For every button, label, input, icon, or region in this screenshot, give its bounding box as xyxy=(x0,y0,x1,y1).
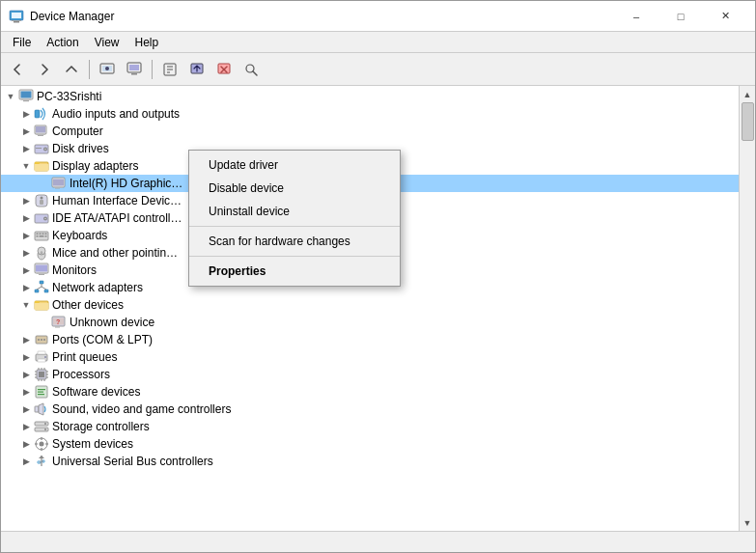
tree-print[interactable]: ▶ Print queues xyxy=(1,348,739,366)
svg-rect-59 xyxy=(36,265,47,272)
svg-rect-2 xyxy=(14,21,19,23)
ctx-disable-device[interactable]: Disable device xyxy=(189,177,400,200)
svg-point-81 xyxy=(44,356,46,358)
expand-network[interactable]: ▶ xyxy=(18,280,34,295)
minimize-button[interactable]: – xyxy=(614,1,658,32)
svg-rect-69 xyxy=(35,303,48,310)
expand-storage[interactable]: ▶ xyxy=(18,419,34,434)
back-button[interactable] xyxy=(5,57,30,82)
svg-rect-38 xyxy=(55,188,60,189)
expand-sound[interactable]: ▶ xyxy=(18,401,34,417)
ctx-update-driver[interactable]: Update driver xyxy=(189,153,400,177)
properties-button[interactable] xyxy=(157,57,182,82)
expand-ports[interactable]: ▶ xyxy=(18,332,34,347)
expand-ide[interactable]: ▶ xyxy=(18,210,34,226)
maximize-button[interactable]: □ xyxy=(658,1,703,32)
storage-icon xyxy=(34,419,49,434)
expand-disk[interactable]: ▶ xyxy=(18,141,34,156)
ide-icon xyxy=(34,210,49,226)
computer-button[interactable] xyxy=(122,57,147,82)
svg-rect-39 xyxy=(54,187,63,188)
ctx-properties[interactable]: Properties xyxy=(189,260,400,283)
usb-icon xyxy=(34,454,49,469)
tree-system[interactable]: ▶ System devices xyxy=(1,435,739,453)
tree-usb[interactable]: ▶ Universal Serial Bus controllers xyxy=(1,453,739,470)
expand-software[interactable]: ▶ xyxy=(18,384,34,400)
tree-other-devices[interactable]: ▼ Other devices xyxy=(1,296,739,314)
expand-hid[interactable]: ▶ xyxy=(18,193,34,208)
tree-ports[interactable]: ▶ Ports (COM & LPT) xyxy=(1,331,739,348)
sound-icon xyxy=(34,401,49,417)
svg-rect-23 xyxy=(23,100,29,101)
expand-keyboards[interactable]: ▶ xyxy=(18,228,34,243)
svg-rect-29 xyxy=(37,134,45,135)
unknown-device-label: Unknown device xyxy=(70,316,154,329)
svg-rect-63 xyxy=(35,290,39,292)
scroll-down-button[interactable]: ▼ xyxy=(741,514,755,531)
svg-point-76 xyxy=(41,339,42,341)
forward-button[interactable] xyxy=(32,57,57,82)
svg-rect-28 xyxy=(38,135,43,136)
expand-system[interactable]: ▶ xyxy=(18,436,34,452)
context-menu: Update driver Disable device Uninstall d… xyxy=(188,150,401,287)
disk-icon xyxy=(34,141,49,156)
tree-sound[interactable]: ▶ Sound, video and game controllers xyxy=(1,401,739,418)
update-driver-toolbar-button[interactable] xyxy=(184,57,210,82)
scan-toolbar-button[interactable] xyxy=(238,57,264,82)
ctx-sep-1 xyxy=(189,226,400,227)
tree-root[interactable]: ▼ PC-33Srishti xyxy=(1,88,739,105)
svg-point-104 xyxy=(44,429,46,430)
svg-point-103 xyxy=(44,423,46,425)
network-icon xyxy=(34,280,49,295)
ctx-uninstall-device[interactable]: Uninstall device xyxy=(189,200,400,223)
menu-view[interactable]: View xyxy=(87,32,127,53)
svg-rect-37 xyxy=(53,180,64,186)
up-button[interactable] xyxy=(59,57,84,82)
show-hidden-button[interactable] xyxy=(95,57,120,82)
svg-rect-35 xyxy=(35,164,48,171)
keyboards-label: Keyboards xyxy=(52,229,107,242)
menu-help[interactable]: Help xyxy=(127,32,167,53)
audio-label: Audio inputs and outputs xyxy=(52,107,180,121)
uninstall-toolbar-button[interactable] xyxy=(211,57,237,82)
svg-rect-24 xyxy=(21,99,31,100)
menu-action[interactable]: Action xyxy=(39,32,86,53)
scroll-thumb[interactable] xyxy=(742,102,754,141)
svg-point-57 xyxy=(41,252,42,254)
expand-mice[interactable]: ▶ xyxy=(18,245,34,261)
svg-rect-98 xyxy=(38,392,43,393)
expand-root[interactable]: ▼ xyxy=(3,89,18,104)
svg-rect-60 xyxy=(39,274,44,275)
expand-computer[interactable]: ▶ xyxy=(18,124,34,139)
tree-unknown-device[interactable]: ▶ ? Unknown device xyxy=(1,314,739,331)
svg-rect-79 xyxy=(38,351,45,354)
svg-rect-64 xyxy=(44,290,48,292)
tree-root-label: PC-33Srishti xyxy=(37,90,101,103)
scrollbar-right[interactable]: ▲ ▼ xyxy=(739,86,755,531)
expand-monitors[interactable]: ▶ xyxy=(18,263,34,278)
expand-print[interactable]: ▶ xyxy=(18,349,34,365)
expand-audio[interactable]: ▶ xyxy=(18,106,34,122)
expand-display[interactable]: ▼ xyxy=(18,158,34,174)
svg-rect-25 xyxy=(35,110,40,118)
tree-proc[interactable]: ▶ xyxy=(1,366,739,383)
scroll-up-button[interactable]: ▲ xyxy=(741,86,755,102)
tree-storage[interactable]: ▶ Storage controllers xyxy=(1,418,739,435)
tree-software[interactable]: ▶ Software devices xyxy=(1,383,739,401)
expand-usb[interactable]: ▶ xyxy=(18,454,34,469)
expand-proc[interactable]: ▶ xyxy=(18,367,34,382)
svg-rect-42 xyxy=(40,200,43,205)
close-button[interactable]: ✕ xyxy=(703,1,747,32)
tree-computer[interactable]: ▶ Computer xyxy=(1,123,739,140)
usb-label: Universal Serial Bus controllers xyxy=(52,455,213,468)
svg-point-106 xyxy=(40,442,44,447)
toolbar-sep-1 xyxy=(89,60,90,79)
display-adapters-label: Display adapters xyxy=(52,159,138,173)
svg-rect-61 xyxy=(37,273,46,274)
expand-other[interactable]: ▼ xyxy=(18,297,34,313)
menu-file[interactable]: File xyxy=(5,32,39,53)
ctx-scan-hardware[interactable]: Scan for hardware changes xyxy=(189,230,400,253)
network-label: Network adapters xyxy=(52,281,143,294)
tree-audio[interactable]: ▶ Audio inputs and outputs xyxy=(1,105,739,123)
svg-rect-97 xyxy=(38,389,45,390)
